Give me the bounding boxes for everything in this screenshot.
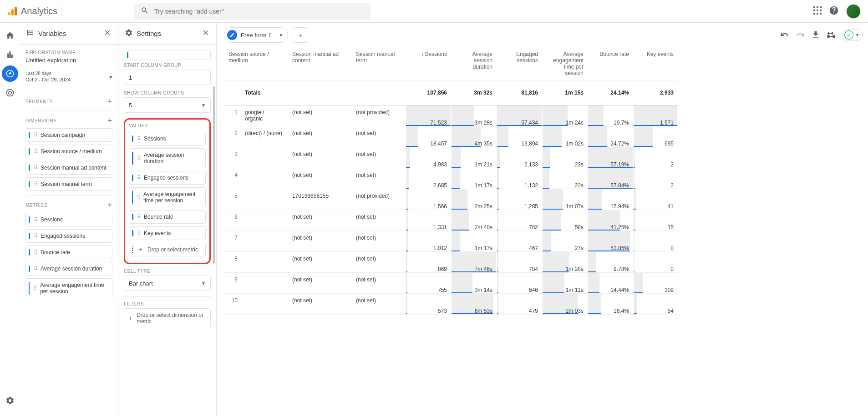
add-dimension-button[interactable]: + (107, 116, 112, 125)
cell-dim2: 170196656155 (288, 189, 351, 210)
segments-label: SEGMENTS + (25, 97, 112, 106)
drop-filter-target[interactable]: + Drop or select dimension or metric (124, 308, 211, 328)
download-icon[interactable] (811, 30, 820, 40)
close-icon[interactable] (103, 29, 112, 38)
cell-value: 1m 11s (561, 287, 588, 293)
cell-value: 1m 17s (470, 245, 497, 251)
col-bounce-rate[interactable]: Bounce rate (588, 47, 634, 80)
date-range-selector[interactable]: Last 28 days Oct 2 - Oct 29, 2024 ▾ (25, 70, 112, 87)
scrollbar[interactable] (213, 86, 215, 264)
value-chip[interactable]: ⠿Engaged sessions (129, 171, 206, 185)
col-session-manual-term[interactable]: Session manual term (351, 47, 406, 80)
cell-value: 4,983 (429, 161, 452, 168)
metric-cell: 4,983 (406, 147, 452, 168)
rail-admin[interactable] (2, 392, 18, 409)
col-session-source-medium[interactable]: Session source / medium (224, 47, 288, 80)
avatar[interactable] (846, 4, 861, 19)
apps-icon[interactable] (813, 6, 822, 16)
metric-cell: 2,133 (497, 147, 543, 168)
exploration-name[interactable]: Untitled exploration (25, 57, 112, 64)
metric-cell: 1m 28s (543, 252, 588, 273)
col-key-events[interactable]: Key events (634, 47, 678, 80)
dimension-chip[interactable]: ⠿Session source / medium (25, 145, 112, 158)
partial-chip[interactable] (124, 50, 211, 60)
table-row: 1google / organic(not set)(not provided)… (224, 105, 863, 126)
show-column-groups-value: 5 (129, 102, 132, 109)
value-chip[interactable]: ⠿Average engagement time per session (129, 187, 206, 207)
cell-value: 54 (663, 308, 678, 314)
col-avg-engagement-time[interactable]: Average engagement time per session (543, 47, 588, 80)
status-indicator[interactable]: ✓ ▼ (842, 29, 863, 41)
dimension-chip[interactable]: ⠿Session campaign (25, 128, 112, 142)
search-box[interactable] (134, 3, 371, 20)
rail-home[interactable] (2, 27, 18, 44)
metric-cell: 1m 24s (543, 105, 588, 126)
metric-cell: 479 (497, 294, 543, 315)
metric-chip[interactable]: ⠿Average session duration (25, 262, 112, 276)
share-icon[interactable] (827, 30, 836, 40)
metric-cell: 1m 07s (543, 189, 588, 210)
rail-advertising[interactable] (2, 85, 18, 101)
redo-icon[interactable] (796, 30, 805, 40)
cell-value: 41 (663, 203, 678, 210)
cell-type-select[interactable]: Bar chart ▼ (124, 276, 211, 291)
metric-chip[interactable]: ⠿Average engagement time per session (25, 278, 112, 298)
rail-explore[interactable] (2, 65, 18, 82)
tab-freeform-1[interactable]: Free form 1 ▼ (224, 27, 288, 43)
chip-label: Session campaign (41, 132, 85, 138)
chip-label: Bounce rate (41, 249, 70, 256)
dimension-chip[interactable]: ⠿Session manual term (25, 177, 112, 191)
row-number: 10 (228, 297, 238, 304)
divider (25, 195, 112, 196)
cell-dim2: (not set) (288, 168, 351, 189)
svg-point-13 (8, 91, 11, 95)
cell-value: 755 (433, 287, 452, 293)
metric-chip[interactable]: ⠿Bounce rate (25, 246, 112, 259)
show-column-groups-select[interactable]: 5 ▼ (124, 97, 211, 113)
cell-dim1: 6 (224, 210, 288, 231)
add-tab-button[interactable]: + (293, 27, 308, 43)
start-column-group-input[interactable] (124, 70, 211, 85)
metric-cell: 1m 21s (452, 147, 497, 168)
svg-rect-1 (11, 9, 14, 15)
metric-cell: 23s (543, 147, 588, 168)
drop-metric-label: Drop or select metric (147, 246, 198, 253)
date-range: Oct 2 - Oct 29, 2024 (25, 77, 71, 82)
metric-chip[interactable]: ⠿Engaged sessions (25, 229, 112, 243)
col-session-manual-ad-content[interactable]: Session manual ad content (288, 47, 351, 80)
cell-value: 1m 07s (561, 203, 588, 210)
grip-icon: ⠿ (137, 214, 141, 220)
report-tabs: Free form 1 ▼ + ✓ ▼ (224, 27, 863, 43)
value-chip[interactable]: ⠿Sessions (129, 132, 206, 145)
undo-icon[interactable] (780, 30, 789, 40)
cell-value: 2,133 (520, 161, 543, 168)
value-chip[interactable]: ⠿Key events (129, 226, 206, 240)
value-chip[interactable]: ⠿Bounce rate (129, 210, 206, 224)
metric-chip[interactable]: ⠿Sessions (25, 213, 112, 226)
search-input[interactable] (154, 8, 365, 15)
add-segment-button[interactable]: + (107, 97, 112, 106)
close-icon[interactable] (202, 29, 210, 38)
drop-metric-target[interactable]: + Drop or select metric (129, 243, 206, 256)
col-engaged-sessions[interactable]: Engaged sessions (497, 47, 543, 80)
dimension-chip[interactable]: ⠿Session manual ad content (25, 161, 112, 175)
table-row: 7(not set)(not set)1,0121m 17s46727s53.8… (224, 231, 863, 252)
cell-value: 869 (433, 266, 452, 272)
settings-header: Settings (118, 23, 216, 45)
table-row: 10(not set)(not set)5736m 53s4792m 03s16… (224, 294, 863, 315)
cell-value: 15 (663, 224, 678, 231)
rail-reports[interactable] (2, 46, 18, 63)
value-chip[interactable]: ⠿Average session duration (129, 148, 206, 168)
start-column-group-field[interactable] (129, 74, 206, 81)
metric-cell: 24.72% (588, 126, 634, 147)
add-metric-button[interactable]: + (107, 200, 112, 210)
col-sessions[interactable]: ↓Sessions (406, 47, 452, 80)
check-icon: ✓ (844, 30, 853, 40)
metric-cell: 2m 03s (543, 294, 588, 315)
cell-dim1: 3 (224, 147, 288, 168)
cell-value: 467 (524, 245, 543, 251)
metric-cell: 782 (497, 210, 543, 231)
report-actions: ✓ ▼ (780, 29, 863, 41)
help-icon[interactable] (829, 5, 839, 17)
col-avg-session-duration[interactable]: Average session duration (452, 47, 497, 80)
